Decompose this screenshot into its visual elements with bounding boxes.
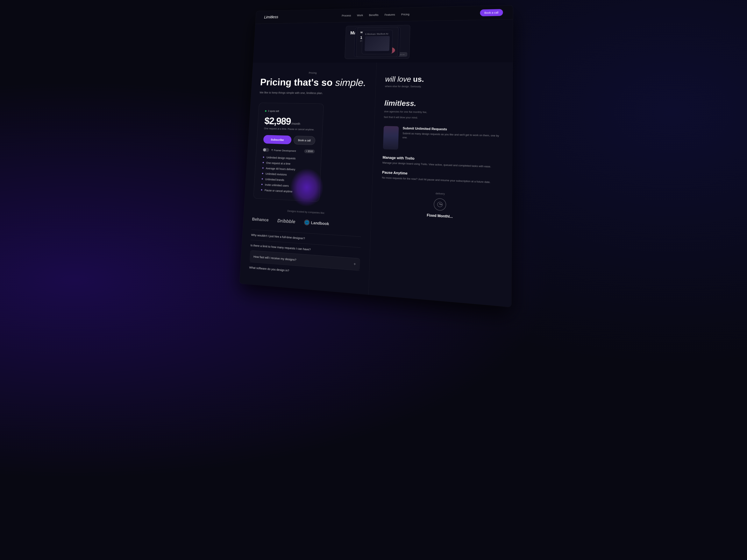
pricing-card: 3 spots left $2,989 /month One request a…	[253, 103, 324, 202]
price-amount: $2,989	[264, 115, 291, 127]
spots-badge: 3 spots left	[265, 110, 317, 113]
hero-screenshot-far-right: E-Mockups: MacBook Air	[362, 30, 393, 54]
book-call-button[interactable]: Book a call	[293, 136, 315, 145]
will-love-sub: where else for design. Seriously.	[385, 85, 503, 88]
feature-item-6: ✦Invite unlimited users	[261, 183, 313, 189]
spots-dot	[265, 110, 266, 112]
nav-pricing[interactable]: Pricing	[401, 13, 410, 16]
fixed-monthly-label: Fixed Monthl...	[427, 213, 453, 219]
logo: Limitless	[264, 15, 278, 20]
right-section-title: limitless.	[384, 99, 502, 109]
cta-buttons: Subscribe Book a call	[263, 135, 315, 145]
pricing-subtitle: We like to keep things simple with one, …	[259, 91, 366, 95]
feature-item-2: ✦One request at a time	[262, 161, 314, 166]
pricing-title: Pricing that's so simple.	[260, 77, 367, 88]
price-period: /month	[291, 122, 300, 126]
pricing-section-label: Pricing	[261, 71, 367, 74]
svg-point-1	[441, 204, 442, 205]
feature-item-5: ✦Unlimited brands	[261, 177, 313, 183]
feature-item-7: ✦Pause or cancel anytime	[260, 188, 313, 194]
features-list: ✦Unlimited design requests ✦One request …	[260, 155, 314, 194]
brand-dribbble: Dribbble	[277, 218, 295, 224]
addon-price: + $500	[304, 149, 315, 153]
nav-process[interactable]: Process	[342, 14, 351, 17]
nav-features[interactable]: Features	[385, 13, 395, 16]
faq-plus-icon: +	[354, 262, 356, 267]
toggle-thumb	[263, 149, 266, 152]
addon-row: ₹ Framer Development + $500	[263, 148, 315, 153]
feature-desc-1: Submit as many design requests as you li…	[402, 131, 502, 142]
trusted-label: Designs trusted by companies like:	[253, 208, 362, 217]
right-subtitle: sive agencies for one flat monthly fee,	[384, 109, 502, 115]
feature-item-3: ✦Average 48 hours delivery	[262, 166, 314, 172]
faq-section: Why wouldn't I just hire a full-time des…	[249, 230, 361, 282]
addon-label: ₹ Framer Development	[271, 149, 296, 153]
subscribe-button[interactable]: Subscribe	[263, 135, 291, 144]
feature-submit: Submit Unlimited Requests Submit as many…	[383, 126, 502, 153]
trusted-section: Designs trusted by companies like: Behan…	[252, 208, 362, 229]
feature-item-4: ✦Unlimited revisions	[261, 172, 314, 178]
will-love-title: will love us.	[385, 76, 503, 84]
media-image	[383, 126, 399, 150]
price-display: $2,989 /month	[264, 115, 316, 128]
feature-item-1: ✦Unlimited design requests	[262, 155, 314, 161]
nav-benefits[interactable]: Benefits	[369, 14, 379, 17]
addon-toggle[interactable]	[263, 148, 269, 152]
will-love-section: will love us. where else for design. Ser…	[385, 72, 503, 92]
price-note: One request at a time. Pause or cancel a…	[264, 127, 316, 131]
delivery-icon	[434, 198, 446, 211]
delivery-label: delivery	[436, 192, 445, 195]
feature-pause: Pause Anytime No more requests for the n…	[382, 170, 502, 185]
nav-work[interactable]: Work	[357, 14, 363, 17]
nav-book-call-button[interactable]: Book a call	[480, 9, 503, 16]
brand-landbook: 🌐 Landbook	[304, 219, 329, 226]
nav-links: Process Work Benefits Features Pricing	[342, 12, 410, 17]
feature-trello: Manage with Trello Manage your design bo…	[382, 156, 502, 169]
brand-behance: Behance	[252, 217, 269, 223]
brands-row: Behance Dribbble 🌐 Landbook	[252, 216, 361, 229]
delivery-section: delivery Fixed Monthl...	[381, 189, 501, 222]
